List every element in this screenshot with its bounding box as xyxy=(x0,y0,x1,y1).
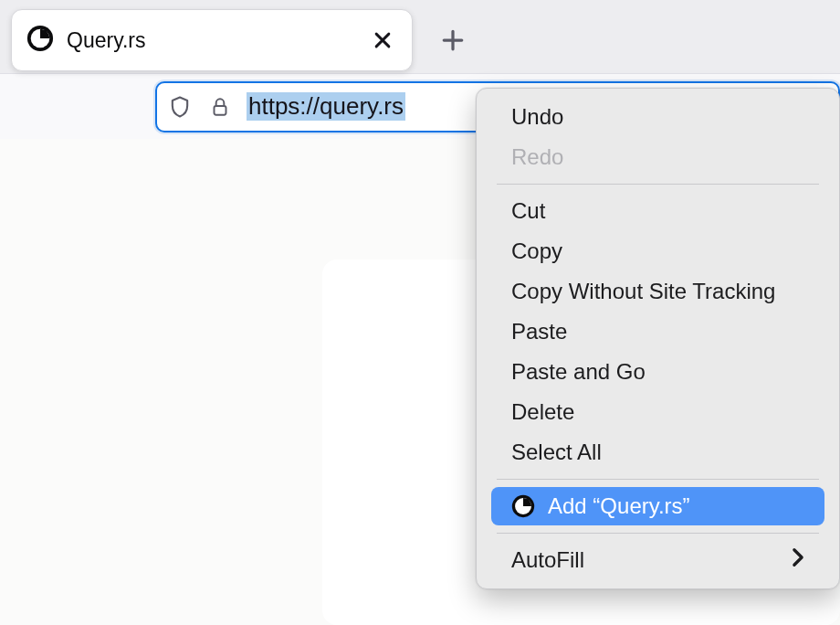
menu-separator xyxy=(497,479,819,480)
favicon-queryrs-icon xyxy=(511,494,535,518)
menu-paste-go[interactable]: Paste and Go xyxy=(491,353,824,391)
menu-separator xyxy=(497,184,819,185)
menu-undo[interactable]: Undo xyxy=(491,98,824,136)
tab-bar: Query.rs xyxy=(0,0,840,73)
favicon-queryrs-icon xyxy=(26,25,54,56)
svg-point-2 xyxy=(42,30,47,36)
menu-copy-clean[interactable]: Copy Without Site Tracking xyxy=(491,272,824,311)
lock-icon[interactable] xyxy=(206,93,234,121)
svg-point-6 xyxy=(525,499,530,503)
menu-redo: Redo xyxy=(491,138,824,176)
close-icon xyxy=(373,30,393,50)
menu-cut[interactable]: Cut xyxy=(491,192,824,230)
plus-icon xyxy=(441,28,465,52)
menu-autofill[interactable]: AutoFill xyxy=(491,541,824,579)
menu-autofill-label: AutoFill xyxy=(511,547,584,573)
menu-select-all[interactable]: Select All xyxy=(491,433,824,471)
chevron-right-icon xyxy=(792,547,804,573)
new-tab-button[interactable] xyxy=(431,18,475,62)
context-menu: Undo Redo Cut Copy Copy Without Site Tra… xyxy=(476,88,840,589)
menu-paste[interactable]: Paste xyxy=(491,312,824,351)
svg-rect-3 xyxy=(215,105,226,114)
url-text[interactable]: https://query.rs xyxy=(247,92,405,121)
menu-separator xyxy=(497,533,819,534)
menu-copy[interactable]: Copy xyxy=(491,232,824,270)
menu-add-search-engine-label: Add “Query.rs” xyxy=(548,493,690,519)
tab-active[interactable]: Query.rs xyxy=(11,9,413,71)
close-tab-button[interactable] xyxy=(364,22,401,58)
menu-add-search-engine[interactable]: Add “Query.rs” xyxy=(491,487,824,525)
tab-title: Query.rs xyxy=(67,28,352,53)
menu-delete[interactable]: Delete xyxy=(491,393,824,431)
shield-icon[interactable] xyxy=(166,93,194,121)
